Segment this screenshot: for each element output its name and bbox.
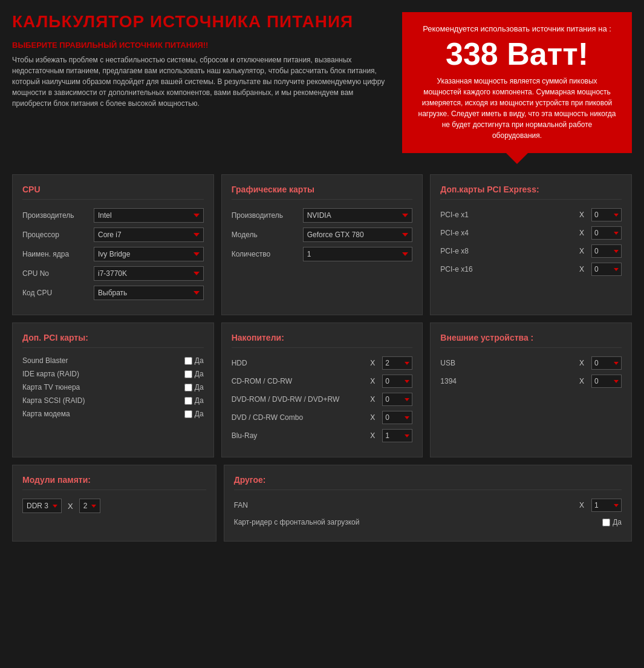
cpu-core-select[interactable]: Ivy Bridge Sandy Bridge bbox=[94, 247, 204, 261]
card-reader-row: Карт-ридер с фронтальной загрузкой Да bbox=[234, 518, 622, 526]
fan-row: FAN X 01234 bbox=[234, 499, 622, 512]
card-reader-checkbox[interactable] bbox=[602, 519, 610, 526]
dvd-combo-select[interactable]: 012 bbox=[382, 411, 412, 424]
dvdrw-x: X bbox=[370, 395, 375, 404]
bluray-select[interactable]: 012 bbox=[382, 429, 412, 442]
memory-card-title: Модули памяти: bbox=[22, 475, 206, 490]
usb-label: USB bbox=[440, 359, 572, 367]
ide-raid-label: IDE карта (RAID) bbox=[22, 370, 180, 378]
cpu-card-title: CPU bbox=[22, 185, 204, 200]
gpu-model-row: Модель Geforce GTX 780 Geforce GTX 770 bbox=[232, 228, 413, 242]
recommendation-box: Рекомендуется использовать источник пита… bbox=[402, 12, 632, 153]
dvd-combo-label: DVD / CD-RW Combo bbox=[232, 413, 363, 422]
pci-e-x4-label: PCI-e x4 bbox=[440, 229, 572, 237]
dvd-combo-row: DVD / CD-RW Combo X 012 bbox=[232, 411, 413, 424]
card-reader-check[interactable]: Да bbox=[602, 518, 622, 526]
card-reader-label: Карт-ридер с фронтальной загрузкой bbox=[234, 518, 598, 526]
memory-card: Модули памяти: DDR 3 DDR 2 DDR X 1 2 4 8 bbox=[12, 465, 216, 542]
cpu-processor-row: Процессор Core i7 Core i5 Core i3 bbox=[22, 228, 204, 242]
ide-raid-checkbox[interactable] bbox=[184, 370, 192, 378]
memory-x: X bbox=[68, 502, 73, 511]
memory-type-select[interactable]: DDR 3 DDR 2 DDR bbox=[22, 499, 62, 513]
gpu-manufacturer-select[interactable]: NVIDIA AMD bbox=[303, 208, 413, 223]
gpu-model-label: Модель bbox=[232, 231, 298, 239]
cpu-core-label: Наимен. ядра bbox=[22, 250, 89, 258]
modem-checkbox[interactable] bbox=[184, 410, 192, 418]
storage-card: Накопители: HDD X 01234 CD-ROM / CD-RW X… bbox=[221, 323, 423, 457]
pci-e-x1-row: PCI-e x1 X 012 bbox=[440, 208, 622, 221]
1394-x: X bbox=[579, 377, 584, 385]
scsi-raid-check[interactable]: Да bbox=[184, 396, 204, 405]
external-card-title: Внешние устройства : bbox=[440, 333, 622, 348]
pci-e-x1-select[interactable]: 012 bbox=[591, 208, 622, 221]
cpu-no-label: CPU No bbox=[22, 269, 89, 278]
tv-tuner-check[interactable]: Да bbox=[184, 383, 204, 391]
sound-blaster-label: Sound Blaster bbox=[22, 356, 180, 365]
fan-label: FAN bbox=[234, 501, 572, 509]
dvdrw-row: DVD-ROM / DVD-RW / DVD+RW X 012 bbox=[232, 393, 413, 406]
gpu-manufacturer-label: Производитель bbox=[232, 211, 298, 220]
memory-row: DDR 3 DDR 2 DDR X 1 2 4 8 bbox=[22, 499, 206, 513]
dvdrw-select[interactable]: 012 bbox=[382, 393, 412, 406]
cpu-card: CPU Производитель Intel AMD Процессор Co… bbox=[12, 174, 214, 315]
ide-raid-check[interactable]: Да bbox=[184, 370, 204, 378]
rec-note: Указанная мощность является суммой пиков… bbox=[417, 76, 617, 141]
pci-cards-card: Доп. PCI карты: Sound Blaster Да IDE кар… bbox=[12, 323, 214, 457]
bluray-row: Blu-Ray X 012 bbox=[232, 429, 413, 442]
rec-watt: 338 Ватт! bbox=[417, 38, 617, 70]
rec-label: Рекомендуется использовать источник пита… bbox=[417, 24, 617, 33]
cpu-manufacturer-row: Производитель Intel AMD bbox=[22, 208, 204, 223]
pci-e-x4-x: X bbox=[579, 229, 584, 237]
modem-row: Карта модема Да bbox=[22, 410, 204, 418]
pci-e-x4-row: PCI-e x4 X 012 bbox=[440, 226, 622, 240]
cpu-no-select[interactable]: i7-3770K i7-3770 bbox=[94, 266, 204, 281]
pci-e-x16-select[interactable]: 012 bbox=[591, 263, 622, 276]
fan-select[interactable]: 01234 bbox=[591, 499, 622, 512]
pci-e-x4-select[interactable]: 012 bbox=[591, 226, 622, 240]
hdd-x: X bbox=[370, 359, 375, 367]
pci-e-x8-select[interactable]: 012 bbox=[591, 244, 622, 258]
card-reader-yes-label: Да bbox=[613, 518, 622, 526]
1394-select[interactable]: 012 bbox=[591, 375, 622, 388]
tv-tuner-checkbox[interactable] bbox=[184, 384, 192, 391]
bluray-x: X bbox=[370, 431, 375, 440]
external-card: Внешние устройства : USB X 012 1394 X 01… bbox=[430, 323, 632, 457]
description-text: Чтобы избежать проблем с нестабильностью… bbox=[12, 54, 390, 109]
pci-e-x16-row: PCI-e x16 X 012 bbox=[440, 263, 622, 276]
1394-row: 1394 X 012 bbox=[440, 375, 622, 388]
gpu-model-select[interactable]: Geforce GTX 780 Geforce GTX 770 bbox=[303, 228, 413, 242]
pci-e-x8-row: PCI-e x8 X 012 bbox=[440, 244, 622, 258]
other-card: Другое: FAN X 01234 Карт-ридер с фронтал… bbox=[224, 465, 632, 542]
cdrom-label: CD-ROM / CD-RW bbox=[232, 377, 363, 385]
gpu-count-select[interactable]: 1 2 3 4 bbox=[303, 247, 413, 261]
storage-card-title: Накопители: bbox=[232, 333, 413, 348]
sound-blaster-checkbox[interactable] bbox=[184, 357, 192, 365]
cdrom-select[interactable]: 012 bbox=[382, 375, 412, 388]
modem-label: Карта модема bbox=[22, 410, 180, 418]
pci-e-x1-label: PCI-e x1 bbox=[440, 211, 572, 219]
pci-cards-title: Доп. PCI карты: bbox=[22, 333, 204, 348]
hdd-select[interactable]: 01234 bbox=[382, 356, 412, 370]
other-card-title: Другое: bbox=[234, 475, 622, 490]
memory-count-select[interactable]: 1 2 4 8 bbox=[79, 499, 100, 513]
cpu-manufacturer-label: Производитель bbox=[22, 211, 89, 220]
pci-e-x8-x: X bbox=[579, 247, 584, 255]
gpu-count-label: Количество bbox=[232, 250, 298, 258]
sound-blaster-row: Sound Blaster Да bbox=[22, 356, 204, 365]
pci-express-card-title: Доп.карты PCI Express: bbox=[440, 185, 622, 200]
usb-row: USB X 012 bbox=[440, 356, 622, 370]
cpu-processor-select[interactable]: Core i7 Core i5 Core i3 bbox=[94, 228, 204, 242]
cpu-no-row: CPU No i7-3770K i7-3770 bbox=[22, 266, 204, 281]
modem-check[interactable]: Да bbox=[184, 410, 204, 418]
tv-tuner-label: Карта TV тюнера bbox=[22, 383, 180, 391]
scsi-raid-checkbox[interactable] bbox=[184, 397, 192, 405]
cpu-code-select[interactable]: Выбрать bbox=[94, 286, 204, 300]
cpu-manufacturer-select[interactable]: Intel AMD bbox=[94, 208, 204, 223]
scsi-raid-row: Карта SCSI (RAID) Да bbox=[22, 396, 204, 405]
sound-blaster-check[interactable]: Да bbox=[184, 356, 204, 365]
usb-select[interactable]: 012 bbox=[591, 356, 622, 370]
cpu-core-row: Наимен. ядра Ivy Bridge Sandy Bridge bbox=[22, 247, 204, 261]
gpu-card-title: Графические карты bbox=[232, 185, 413, 200]
dvd-combo-x: X bbox=[370, 413, 375, 422]
fan-x: X bbox=[579, 501, 584, 509]
